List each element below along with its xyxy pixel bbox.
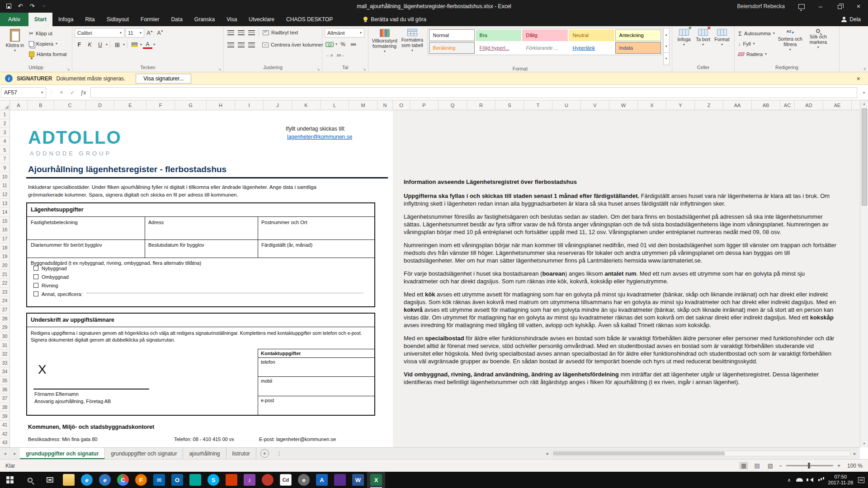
row-header[interactable]: 36 <box>0 385 9 394</box>
contact-field[interactable]: e-post <box>258 396 374 415</box>
sheet-tab-grunduppgifter-2[interactable]: grunduppgifter och signatur <box>105 448 183 459</box>
format-as-table-button[interactable]: Formatera som tabell <box>398 28 426 53</box>
row-header[interactable]: 27 <box>0 305 9 314</box>
conditional-formatting-button[interactable]: Villkorsstyrd formatering <box>371 28 398 54</box>
specify-dotted-line[interactable] <box>87 293 363 293</box>
shrink-font-button[interactable]: A▼ <box>156 28 165 38</box>
scroll-right-icon[interactable]: ▸ <box>851 451 859 456</box>
taskbar-app[interactable] <box>60 472 78 488</box>
column-header[interactable]: A <box>10 100 28 110</box>
taskbar-search-button[interactable] <box>20 472 40 488</box>
row-header[interactable]: 30 <box>0 332 9 341</box>
copy-button[interactable]: Kopiera <box>28 39 68 48</box>
sheet-nav-right-icon[interactable]: ▸ <box>10 448 20 459</box>
checkbox[interactable] <box>33 291 38 296</box>
row-header[interactable]: 5 <box>0 146 9 155</box>
row-header[interactable]: 33 <box>0 359 9 368</box>
cancel-entry-icon[interactable] <box>56 89 67 96</box>
align-top-button[interactable] <box>226 28 236 37</box>
row-header[interactable]: 19 <box>0 252 9 261</box>
column-header[interactable]: F <box>146 100 175 110</box>
row-header[interactable]: 38 <box>0 403 9 412</box>
scroll-down-icon[interactable]: ▾ <box>863 440 865 447</box>
cell-style-dalig[interactable]: Dålig <box>522 29 568 41</box>
column-header[interactable]: I <box>235 100 264 110</box>
field-beslutsdatum[interactable]: Beslutsdatum för bygglov <box>148 242 204 248</box>
close-button[interactable]: × <box>849 0 868 13</box>
confirm-entry-icon[interactable] <box>67 89 78 96</box>
zoom-level[interactable]: 100 % <box>844 463 863 469</box>
taskbar-app[interactable] <box>331 472 349 488</box>
cell-style-anteckning[interactable]: Anteckning <box>615 29 661 41</box>
tab-infoga[interactable]: Infoga <box>52 13 79 26</box>
tab-sidlayout[interactable]: Sidlayout <box>101 13 135 26</box>
sheet-canvas[interactable]: Ifyllt underlag skickas till: lagenheter… <box>10 110 860 447</box>
formula-input[interactable] <box>90 87 857 98</box>
horizontal-scrollbar[interactable]: ◂ ▸ <box>543 448 860 459</box>
row-header[interactable]: 21 <box>0 270 9 279</box>
sort-filter-button[interactable]: Sortera och filtrera <box>776 28 804 52</box>
sheet-nav-left-icon[interactable]: ◂ <box>0 448 10 459</box>
number-format-select[interactable]: Allmänt <box>325 28 364 38</box>
contact-field[interactable]: telefon <box>258 358 374 377</box>
decrease-decimal-button[interactable] <box>335 51 345 60</box>
taskbar-app[interactable]: e <box>295 472 313 488</box>
column-header[interactable]: D <box>86 100 114 110</box>
send-to-link[interactable]: lagenheter@kommunen.se <box>287 134 352 140</box>
cell-style-bra[interactable]: Bra <box>476 29 521 41</box>
taskbar-app[interactable]: A <box>313 472 331 488</box>
tab-start[interactable]: Start <box>28 13 52 26</box>
scroll-up-icon[interactable]: ▴ <box>863 100 865 108</box>
zoom-in-icon[interactable]: + <box>837 463 840 469</box>
fill-button[interactable]: Fyll <box>737 39 776 48</box>
page-layout-view-icon[interactable] <box>752 462 761 469</box>
sheet-tab-grunduppgifter-1[interactable]: grunduppgifter och signatur <box>20 448 105 459</box>
column-header[interactable]: U <box>552 100 581 110</box>
ribbon-display-options-icon[interactable] <box>792 0 811 13</box>
row-header[interactable]: 10 <box>0 172 9 181</box>
taskbar-app[interactable] <box>222 472 241 488</box>
column-header[interactable]: L <box>321 100 349 110</box>
tab-granska[interactable]: Granska <box>189 13 221 26</box>
column-header[interactable]: O <box>393 100 410 110</box>
column-header[interactable]: T <box>524 100 552 110</box>
row-header[interactable]: 29 <box>0 323 9 332</box>
underline-button[interactable]: U <box>95 40 105 49</box>
autosum-button[interactable]: Autosumma <box>737 29 776 38</box>
column-header[interactable]: P <box>410 100 439 110</box>
tab-utvecklare[interactable]: Utvecklare <box>243 13 280 26</box>
zoom-slider-thumb[interactable] <box>808 463 810 469</box>
contact-field[interactable]: mobil <box>258 377 374 396</box>
tab-chaos-desktop[interactable]: CHAOS DESKTOP <box>280 13 339 26</box>
restore-button[interactable] <box>830 0 849 13</box>
cell-style-berakning[interactable]: Beräkning <box>429 42 475 54</box>
tab-visa[interactable]: Visa <box>221 13 243 26</box>
row-header[interactable]: 42 <box>0 430 9 439</box>
row-header[interactable]: 4 <box>0 137 9 146</box>
taskbar-app[interactable]: S <box>204 472 222 488</box>
row-header[interactable]: 15 <box>0 217 9 226</box>
taskbar-app[interactable]: O <box>168 472 186 488</box>
sheet-tab-ajourhallning[interactable]: ajourhållning <box>183 448 226 459</box>
row-header[interactable]: 13 <box>0 199 9 208</box>
cell-style-neutral[interactable]: Neutral <box>569 29 614 41</box>
row-header[interactable]: 16 <box>0 225 9 235</box>
tab-rita[interactable]: Rita <box>79 13 100 26</box>
column-header[interactable]: Z <box>695 100 723 110</box>
column-header[interactable]: N <box>377 100 393 110</box>
taskbar-app[interactable]: e <box>78 472 96 488</box>
insert-function-icon[interactable] <box>78 89 89 96</box>
horizontal-scroll-thumb[interactable] <box>553 451 725 455</box>
chevron-down-icon[interactable] <box>123 43 125 47</box>
taskbar-app[interactable]: ♪ <box>241 472 259 488</box>
column-header[interactable]: W <box>609 100 638 110</box>
hidden-icons-chevron[interactable] <box>787 477 791 483</box>
tab-formler[interactable]: Formler <box>135 13 165 26</box>
tab-overflow-icon[interactable]: ⋮ <box>273 448 286 459</box>
row-header[interactable]: 28 <box>0 314 9 323</box>
dialog-launcher-icon[interactable] <box>362 66 367 71</box>
row-header[interactable]: 34 <box>0 367 9 376</box>
zoom-out-icon[interactable]: − <box>779 463 782 469</box>
row-header[interactable]: 9 <box>0 164 9 173</box>
row-header[interactable]: 2 <box>0 119 9 128</box>
